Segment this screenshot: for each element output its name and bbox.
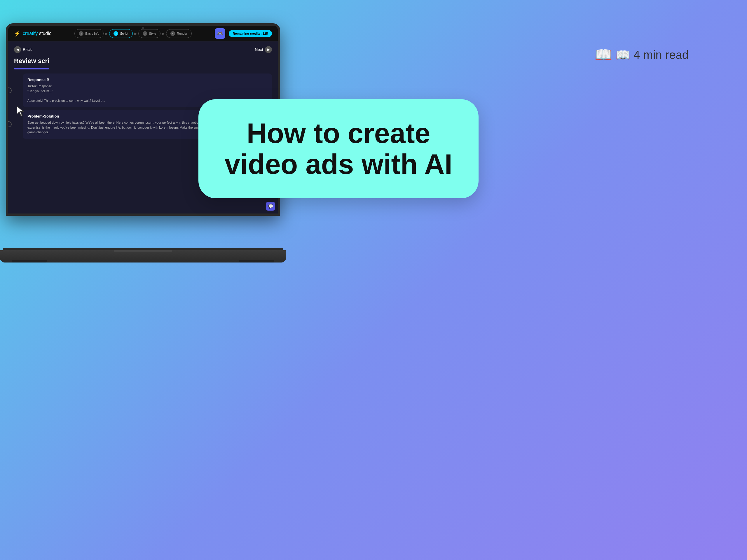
book-icon: 📖: [595, 47, 612, 63]
back-button[interactable]: ◀ Back: [14, 46, 32, 53]
step-dot-1: 1: [79, 31, 83, 36]
next-icon: ▶: [265, 46, 272, 53]
step-dot-2: 2: [113, 31, 118, 36]
credits-label: Remaining credits: 125: [233, 32, 268, 35]
back-label: Back: [23, 47, 32, 52]
step-style[interactable]: 3 Style: [138, 29, 160, 38]
logo-text: creatify studio: [23, 31, 52, 36]
step-label-1: Basic Info: [85, 32, 99, 35]
card-header-1: Response B: [27, 78, 267, 82]
discord-button[interactable]: 🎮: [215, 28, 225, 39]
laptop-base: [0, 239, 286, 263]
card-title-1: Response B: [27, 78, 49, 82]
step-arrow-3: ▶: [162, 31, 165, 36]
logo: ⚡ creatify studio: [14, 30, 52, 37]
overlay-line1: How to create: [247, 117, 430, 149]
step-arrow-1: ▶: [105, 31, 108, 36]
progress-steps: 1 Basic Info ▶ 2 Script ▶ 3 Style ▶: [74, 29, 192, 38]
nav-row: ◀ Back Next ▶: [14, 46, 272, 53]
step-arrow-2: ▶: [134, 31, 137, 36]
step-dot-4: 4: [171, 31, 175, 36]
step-render[interactable]: 4 Render: [166, 29, 192, 38]
step-dot-3: 3: [143, 31, 147, 36]
reading-time-text: 📖 4 min read: [616, 48, 689, 62]
overlay-card-text: How to create video ads with AI: [213, 118, 464, 179]
chat-icon-button[interactable]: 💬: [266, 202, 275, 211]
step-basic-info[interactable]: 1 Basic Info: [74, 29, 104, 38]
blue-underline: [14, 68, 49, 70]
step-label-3: Style: [149, 32, 156, 35]
back-icon: ◀: [14, 46, 21, 53]
topbar-right: 🎮 Remaining credits: 125: [215, 28, 272, 39]
teal-overlay-card: How to create video ads with AI: [199, 99, 479, 198]
next-button[interactable]: Next ▶: [255, 46, 272, 53]
step-label-2: Script: [120, 32, 128, 35]
radio-button-1[interactable]: [8, 87, 12, 93]
credits-badge: Remaining credits: 125: [229, 30, 272, 37]
review-title-text: Review scri: [14, 57, 49, 64]
overlay-line2: video ads with AI: [225, 149, 453, 180]
step-label-4: Render: [177, 32, 187, 35]
step-script[interactable]: 2 Script: [109, 29, 132, 38]
discord-icon: 🎮: [217, 31, 223, 36]
radio-button-2[interactable]: [8, 121, 12, 127]
next-label: Next: [255, 47, 263, 52]
page-title: Review script: [14, 57, 272, 65]
logo-icon: ⚡: [14, 30, 20, 37]
card-title-2: Problem-Solution: [27, 114, 59, 118]
reading-time-badge: 📖 📖 4 min read: [595, 47, 689, 63]
